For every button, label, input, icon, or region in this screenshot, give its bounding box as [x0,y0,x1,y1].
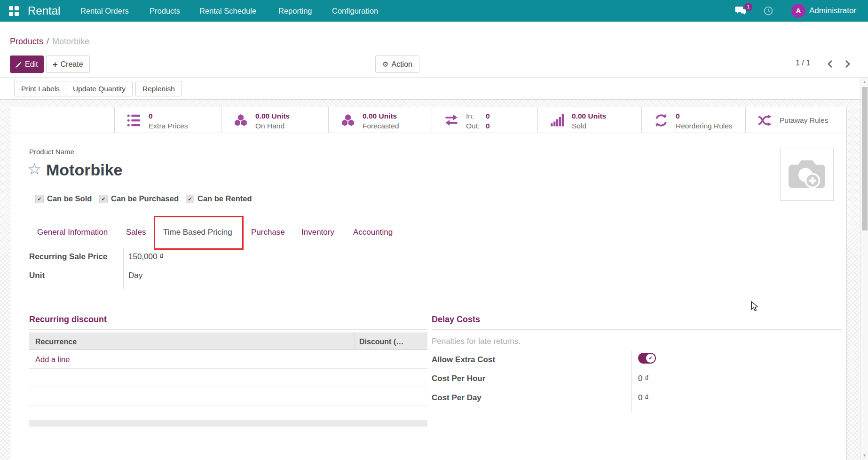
menu-rental-orders[interactable]: Rental Orders [80,0,129,22]
stat-in-out[interactable]: In:0 Out:0 [432,107,537,133]
breadcrumb-current: Motorbike [52,37,89,46]
stat-label: On Hand [255,121,290,131]
recurring-sale-price-label: Recurring Sale Price [29,252,107,262]
user-avatar[interactable]: A [791,4,805,18]
stat-extra-prices[interactable]: 0Extra Prices [114,107,221,133]
checkbox-can-be-sold[interactable]: ✔ Can be Sold [35,194,92,203]
allow-extra-cost-toggle[interactable]: ✔ [638,353,656,364]
table-row [29,369,427,387]
camera-plus-icon [787,158,827,191]
activities-clock-icon[interactable] [764,6,773,16]
form-sheet: 0Extra Prices 0.00 UnitsOn Hand 0.00 Uni… [10,107,847,460]
scroll-down-icon[interactable]: ▼ [861,453,868,458]
checkbox-label: Can be Sold [47,194,92,203]
print-labels-button[interactable]: Print Labels [14,81,67,96]
stat-label: Forecasted [363,121,399,131]
content-background: 0Extra Prices 0.00 UnitsOn Hand 0.00 Uni… [0,100,868,460]
menu-products[interactable]: Products [150,0,180,22]
checkbox-label: Can be Rented [197,194,252,203]
stat-value: 0.00 Units [572,111,606,121]
stat-in-label: In: [466,111,486,121]
stat-in-value: 0 [486,112,490,120]
cubes-icon [234,113,248,127]
tab-general-information[interactable]: General Information [37,228,108,237]
cost-per-day-value: 0 ₫ [638,393,649,403]
top-navbar: Rental Rental Orders Products Rental Sch… [0,0,868,22]
bar-chart-icon [550,113,564,127]
scroll-up-icon[interactable]: ▲ [861,80,868,84]
table-header-row: Recurrence Discount (… [29,333,427,350]
user-menu[interactable]: Administrator [809,0,856,22]
app-brand[interactable]: Rental [28,0,60,22]
stat-label: Reordering Rules [676,121,733,131]
stat-on-hand[interactable]: 0.00 UnitsOn Hand [221,107,328,133]
cost-per-day-label: Cost Per Day [432,393,481,403]
stat-value: 0.00 Units [255,111,290,121]
gear-icon: ⚙ [382,60,388,69]
pager-previous-icon[interactable] [826,60,834,68]
breadcrumb-products-link[interactable]: Products [10,37,43,46]
red-highlight-box [154,216,244,250]
vertical-scrollbar: ▲ ▼ [860,78,868,460]
create-button[interactable]: + Create [46,56,90,73]
unit-label: Unit [29,271,45,280]
stat-label: Putaway Rules [780,107,828,133]
tab-inventory[interactable]: Inventory [301,228,334,237]
menu-reporting[interactable]: Reporting [278,0,312,22]
pager-next-icon[interactable] [844,60,852,68]
field-separator [631,350,632,412]
favorite-star-icon[interactable]: ☆ [27,161,41,177]
add-a-line-link[interactable]: Add a line [29,350,427,369]
tab-purchase[interactable]: Purchase [251,228,285,237]
product-title: Motorbike [46,161,122,179]
product-image-placeholder[interactable] [780,148,834,201]
action-button-label: Action [391,60,412,69]
stat-out-value: 0 [486,122,490,130]
column-divider [355,333,355,350]
field-separator [123,248,124,289]
breadcrumb: Products/Motorbike [10,37,89,47]
stat-putaway-rules[interactable]: Putaway Rules [745,107,846,133]
pager-counter: 1 / 1 [796,59,810,67]
product-name-field-label: Product Name [29,148,74,156]
table-row: Add a line [29,350,427,369]
menu-rental-schedule[interactable]: Rental Schedule [199,0,256,22]
edit-button-label: Edit [25,60,38,69]
plus-icon: + [53,60,58,69]
delay-costs-hint: Penalties for late returns. [432,337,521,346]
form-statusbar: Print Labels Update Quantity Replenish [0,78,868,100]
unit-value: Day [128,271,142,280]
checkbox-can-be-rented[interactable]: ✔ Can be Rented [186,194,252,203]
tab-sales[interactable]: Sales [126,228,146,237]
scrollbar-thumb[interactable] [862,87,868,230]
action-button[interactable]: ⚙ Action [375,56,419,73]
stat-reordering-rules[interactable]: 0Reordering Rules [641,107,745,133]
menu-configuration[interactable]: Configuration [332,0,378,22]
checkbox-label: Can be Purchased [111,194,179,203]
refresh-icon [654,113,668,127]
cost-per-hour-label: Cost Per Hour [432,374,485,383]
table-footer-bar [29,420,427,427]
update-quantity-button[interactable]: Update Quantity [66,81,133,96]
shuffle-icon [758,114,772,128]
stat-forecasted[interactable]: 0.00 UnitsForecasted [328,107,432,133]
stat-out-label: Out: [466,121,486,131]
control-panel: Products/Motorbike Edit + Create ⚙ Actio… [0,22,868,78]
replenish-button[interactable]: Replenish [135,81,182,96]
pencil-icon [16,61,22,68]
stat-sold[interactable]: 0.00 UnitsSold [537,107,641,133]
checkbox-can-be-purchased[interactable]: ✔ Can be Purchased [99,194,179,203]
recurring-sale-price-value: 150,000 ₫ [128,252,164,262]
allow-extra-cost-label: Allow Extra Cost [432,355,495,365]
toggle-check-icon: ✔ [646,354,655,363]
checkmark-icon: ✔ [186,195,194,203]
edit-button[interactable]: Edit [10,56,44,73]
tab-accounting[interactable]: Accounting [353,228,393,237]
recurring-discount-title: Recurring discount [29,315,107,325]
cost-per-hour-value: 0 ₫ [638,374,649,383]
stat-value: 0 [676,111,733,121]
cubes-icon [341,113,355,127]
stat-label: Sold [572,121,606,131]
group-divider [29,329,427,330]
apps-grid-icon[interactable] [9,6,19,16]
